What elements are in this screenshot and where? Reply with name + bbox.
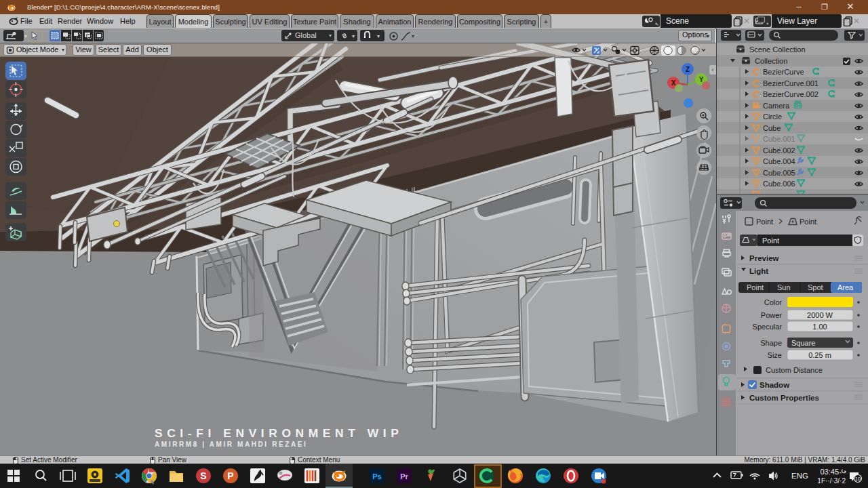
svg-text:AMIRRM8 | AMIR MAHDI REZAEI: AMIRRM8 | AMIR MAHDI REZAEI: [155, 441, 307, 448]
svg-text:1.00: 1.00: [812, 323, 827, 331]
svg-text:Point: Point: [747, 283, 764, 291]
svg-text:BezierCurve.002: BezierCurve.002: [763, 90, 818, 98]
svg-text:Size: Size: [768, 351, 782, 359]
svg-text:Custom Distance: Custom Distance: [766, 366, 823, 374]
svg-text:Light: Light: [749, 267, 768, 275]
svg-text:Sun: Sun: [777, 283, 791, 291]
svg-text:2000 W: 2000 W: [807, 311, 833, 319]
svg-text:Collection: Collection: [755, 57, 787, 65]
svg-text:X: X: [671, 79, 676, 87]
svg-text:Color: Color: [764, 298, 783, 306]
svg-text:Point: Point: [762, 237, 779, 245]
svg-text:Camera: Camera: [763, 102, 790, 110]
svg-text:SCI-FI ENVIRONMENT WIP: SCI-FI ENVIRONMENT WIP: [155, 426, 403, 440]
svg-text:Y: Y: [699, 76, 704, 83]
svg-text:Custom Properties: Custom Properties: [749, 394, 819, 402]
svg-text:BezierCurve: BezierCurve: [763, 68, 804, 76]
svg-text:Cube: Cube: [763, 124, 781, 132]
svg-text:BezierCurve.001: BezierCurve.001: [763, 79, 818, 87]
svg-text:Cube.004: Cube.004: [763, 157, 795, 165]
svg-text:Z: Z: [686, 66, 690, 73]
svg-text:Cube.002: Cube.002: [763, 146, 795, 155]
svg-text:Cube.001: Cube.001: [763, 135, 795, 143]
svg-text:Shadow: Shadow: [760, 381, 789, 389]
svg-text:Power: Power: [761, 311, 783, 319]
svg-text:Point: Point: [756, 218, 773, 226]
svg-text:Preview: Preview: [749, 254, 779, 262]
svg-text:Spot: Spot: [808, 283, 823, 291]
svg-text:Circle: Circle: [763, 113, 782, 121]
svg-text:Scene Collection: Scene Collection: [749, 45, 806, 54]
svg-text:Square: Square: [791, 339, 815, 347]
svg-text:Specular: Specular: [753, 323, 783, 331]
svg-text:Point: Point: [800, 218, 816, 226]
svg-text:Area: Area: [837, 283, 854, 291]
svg-text:Cube.006: Cube.006: [763, 180, 795, 188]
svg-text:Cube.005: Cube.005: [763, 169, 795, 177]
svg-text:0.25 m: 0.25 m: [808, 351, 831, 359]
svg-text:Shape: Shape: [760, 339, 782, 347]
